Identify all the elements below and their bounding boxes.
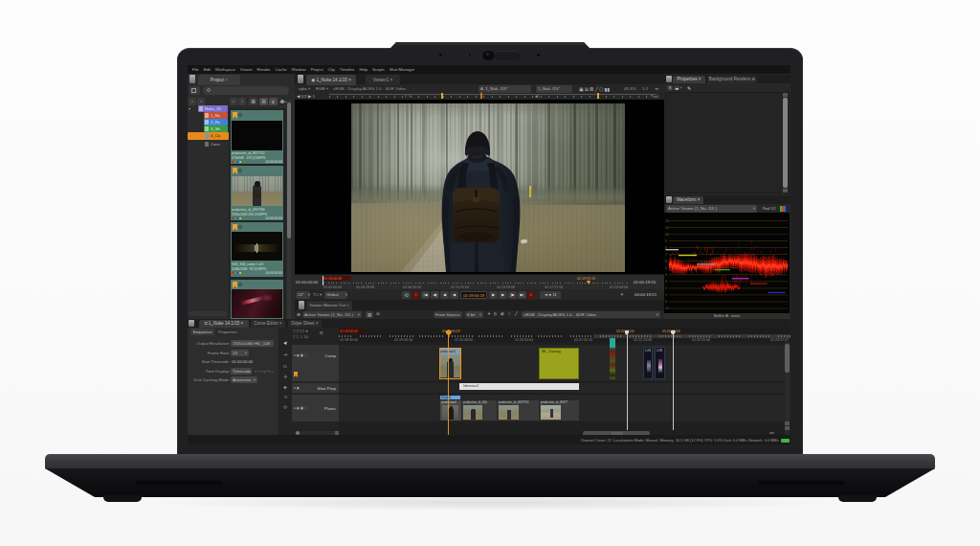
svg-text:20: 20 — [665, 219, 669, 223]
svg-text:10: 10 — [665, 307, 669, 310]
svg-text:2: 2 — [665, 286, 667, 290]
svg-text:0: 0 — [665, 300, 667, 304]
svg-text:1: 1 — [665, 293, 667, 297]
svg-text:00: 00 — [665, 233, 669, 237]
svg-text:9: 9 — [665, 239, 667, 243]
svg-text:4: 4 — [665, 273, 667, 277]
svg-text:7: 7 — [665, 253, 667, 257]
svg-text:6: 6 — [665, 260, 667, 263]
svg-text:3: 3 — [665, 280, 667, 284]
svg-text:5: 5 — [665, 266, 667, 270]
svg-text:10: 10 — [665, 226, 669, 230]
